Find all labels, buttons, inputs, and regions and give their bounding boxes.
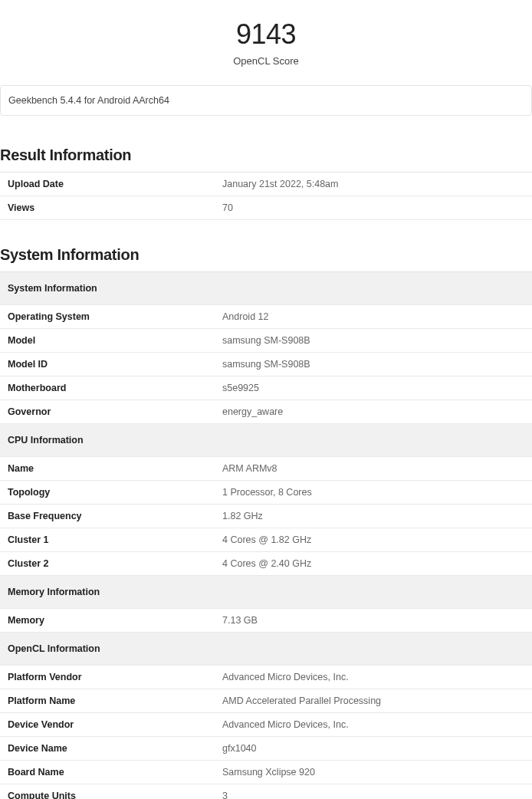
- row-label: Device Vendor: [0, 713, 215, 737]
- row-label: Cluster 1: [0, 528, 215, 552]
- table-row: Base Frequency1.82 GHz: [0, 505, 532, 528]
- system-info-heading: System Information: [0, 234, 532, 271]
- row-value: Android 12: [215, 305, 532, 329]
- row-label: Motherboard: [0, 376, 215, 400]
- row-value: 4 Cores @ 1.82 GHz: [215, 528, 532, 552]
- row-value: samsung SM-S908B: [215, 353, 532, 376]
- row-value: Samsung Xclipse 920: [215, 761, 532, 784]
- table-row: Topology1 Processor, 8 Cores: [0, 481, 532, 505]
- row-label: Base Frequency: [0, 505, 215, 528]
- table-subheader: Memory Information: [0, 576, 532, 609]
- row-label: Topology: [0, 481, 215, 505]
- row-value: samsung SM-S908B: [215, 329, 532, 353]
- row-value: 1 Processor, 8 Cores: [215, 481, 532, 505]
- row-label: Governor: [0, 400, 215, 424]
- row-value: gfx1040: [215, 737, 532, 761]
- score-value: 9143: [0, 18, 532, 51]
- row-label: Model: [0, 329, 215, 353]
- row-value: s5e9925: [215, 376, 532, 400]
- version-text: Geekbench 5.4.4 for Android AArch64: [8, 95, 169, 106]
- table-row: Motherboards5e9925: [0, 376, 532, 400]
- table-row: NameARM ARMv8: [0, 457, 532, 481]
- table-row: Modelsamsung SM-S908B: [0, 329, 532, 353]
- row-label: Cluster 2: [0, 552, 215, 576]
- row-value: 1.82 GHz: [215, 505, 532, 528]
- table-row: Board NameSamsung Xclipse 920: [0, 761, 532, 784]
- row-label: Memory: [0, 609, 215, 633]
- subheader-label: OpenCL Information: [0, 633, 532, 666]
- table-row: Cluster 14 Cores @ 1.82 GHz: [0, 528, 532, 552]
- table-row: Operating SystemAndroid 12: [0, 305, 532, 329]
- row-label: Platform Vendor: [0, 666, 215, 689]
- row-label: Views: [0, 196, 215, 220]
- table-row: Platform VendorAdvanced Micro Devices, I…: [0, 666, 532, 689]
- table-row: Upload DateJanuary 21st 2022, 5:48am: [0, 173, 532, 196]
- subheader-label: Memory Information: [0, 576, 532, 609]
- row-value: ARM ARMv8: [215, 457, 532, 481]
- table-row: Compute Units3: [0, 784, 532, 800]
- version-card: Geekbench 5.4.4 for Android AArch64: [0, 85, 532, 116]
- row-value: energy_aware: [215, 400, 532, 424]
- row-label: Platform Name: [0, 689, 215, 713]
- table-row: Platform NameAMD Accelerated Parallel Pr…: [0, 689, 532, 713]
- row-label: Model ID: [0, 353, 215, 376]
- table-subheader: System Information: [0, 272, 532, 305]
- row-label: Board Name: [0, 761, 215, 784]
- table-row: Cluster 24 Cores @ 2.40 GHz: [0, 552, 532, 576]
- table-row: Views70: [0, 196, 532, 220]
- table-subheader: CPU Information: [0, 424, 532, 457]
- row-value: January 21st 2022, 5:48am: [215, 173, 532, 196]
- score-block: 9143 OpenCL Score: [0, 0, 532, 77]
- table-row: Model IDsamsung SM-S908B: [0, 353, 532, 376]
- result-info-heading: Result Information: [0, 134, 532, 172]
- subheader-label: System Information: [0, 272, 532, 305]
- row-value: 7.13 GB: [215, 609, 532, 633]
- table-row: Device Namegfx1040: [0, 737, 532, 761]
- system-info-table: System InformationOperating SystemAndroi…: [0, 271, 532, 799]
- table-row: Device VendorAdvanced Micro Devices, Inc…: [0, 713, 532, 737]
- row-value: 4 Cores @ 2.40 GHz: [215, 552, 532, 576]
- row-label: Name: [0, 457, 215, 481]
- table-row: Governorenergy_aware: [0, 400, 532, 424]
- row-label: Operating System: [0, 305, 215, 329]
- row-label: Compute Units: [0, 784, 215, 800]
- row-label: Upload Date: [0, 173, 215, 196]
- result-info-table: Upload DateJanuary 21st 2022, 5:48amView…: [0, 172, 532, 220]
- row-value: 3: [215, 784, 532, 800]
- row-value: Advanced Micro Devices, Inc.: [215, 666, 532, 689]
- table-subheader: OpenCL Information: [0, 633, 532, 666]
- row-label: Device Name: [0, 737, 215, 761]
- score-label: OpenCL Score: [0, 55, 532, 67]
- table-row: Memory7.13 GB: [0, 609, 532, 633]
- row-value: AMD Accelerated Parallel Processing: [215, 689, 532, 713]
- row-value: 70: [215, 196, 532, 220]
- subheader-label: CPU Information: [0, 424, 532, 457]
- row-value: Advanced Micro Devices, Inc.: [215, 713, 532, 737]
